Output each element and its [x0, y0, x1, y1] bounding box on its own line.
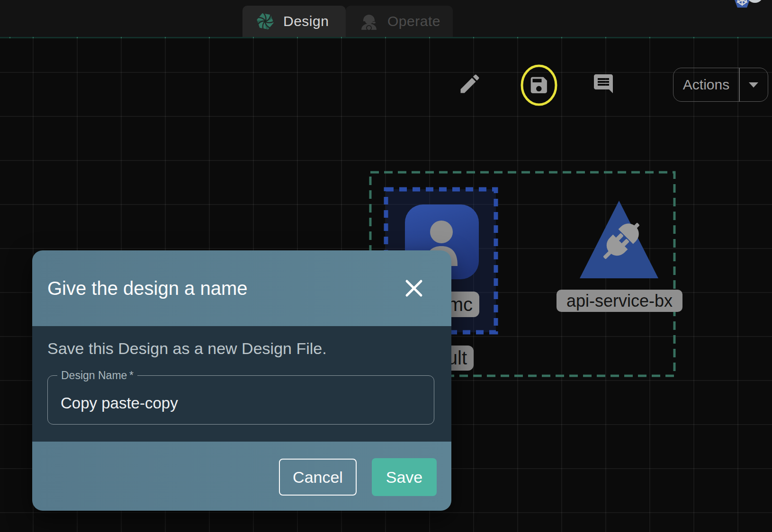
api-service-node[interactable]	[575, 199, 663, 280]
dialog-header: Give the design a name	[32, 250, 451, 326]
node-label-api-service[interactable]: api-service-bx	[557, 290, 682, 312]
dialog-description: Save this Design as a new Design File.	[47, 339, 327, 358]
design-name-input-value: Copy paste-copy	[61, 379, 178, 427]
save-button[interactable]: Save	[372, 458, 437, 496]
dialog-body: Save this Design as a new Design File. D…	[32, 326, 451, 442]
close-icon[interactable]	[403, 277, 425, 300]
save-design-dialog: Give the design a name Save this Design …	[32, 250, 451, 511]
design-name-input[interactable]: Design Name * Copy paste-copy	[47, 375, 434, 425]
dialog-title: Give the design a name	[47, 250, 247, 326]
cancel-button[interactable]: Cancel	[279, 459, 357, 496]
dialog-footer: Cancel Save	[32, 442, 451, 511]
